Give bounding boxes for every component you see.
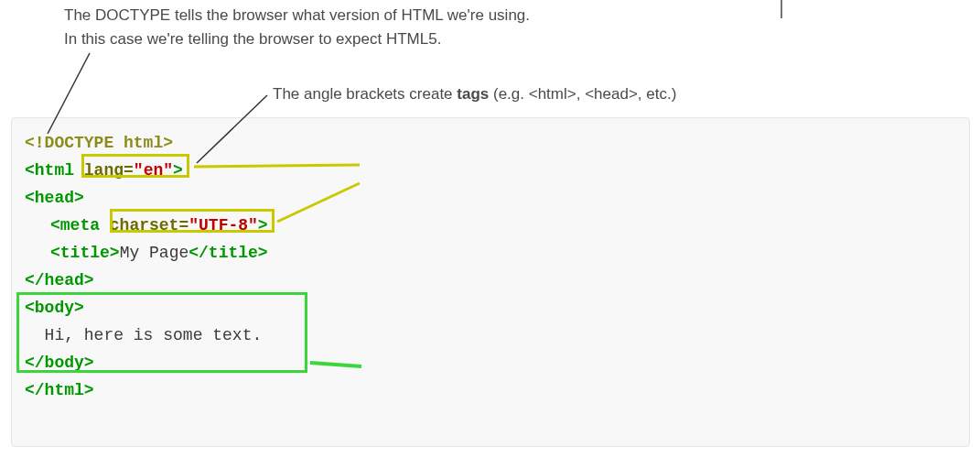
highlight-lang-attr	[81, 154, 189, 178]
highlight-body	[16, 292, 307, 373]
code-line-html-close: </html>	[25, 376, 956, 404]
annotation-doctype: The DOCTYPE tells the browser what versi…	[64, 4, 659, 50]
annotation-tags: The angle brackets create tags (e.g. <ht…	[273, 82, 676, 106]
code-line-head-close: </head>	[25, 267, 956, 294]
code-line-title: <title>My Page</title>	[25, 239, 956, 267]
code-line-doctype: <!DOCTYPE html>	[25, 129, 956, 157]
highlight-charset-attr	[110, 209, 275, 233]
annotation-doctype-line1: The DOCTYPE tells the browser what versi…	[64, 6, 530, 24]
code-line-head-open: <head>	[25, 184, 956, 212]
annotation-doctype-line2: In this case we're telling the browser t…	[64, 30, 441, 48]
